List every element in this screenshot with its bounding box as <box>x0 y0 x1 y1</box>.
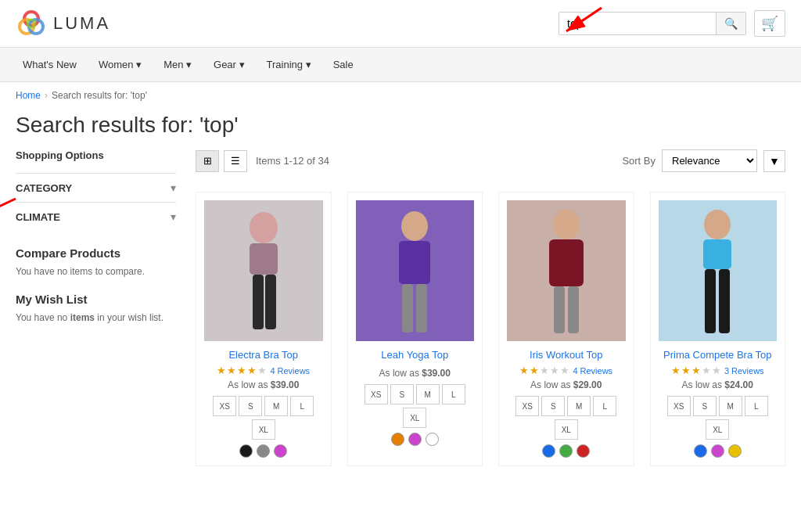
color-purple[interactable] <box>274 444 287 458</box>
size-m[interactable]: M <box>416 384 440 404</box>
category-chevron-icon: ▾ <box>171 182 176 194</box>
wish-text-link[interactable]: items <box>70 312 95 323</box>
star-5: ★ <box>560 365 569 376</box>
cart-button[interactable]: 🛒 <box>754 10 785 37</box>
shopping-options-section: Shopping Options CATEGORY ▾ CLIMATE ▾ <box>16 149 176 231</box>
category-filter-label: CATEGORY <box>16 182 72 194</box>
svg-rect-23 <box>719 269 730 333</box>
size-l[interactable]: L <box>593 396 616 416</box>
list-view-button[interactable]: ☰ <box>224 150 247 172</box>
size-m[interactable]: M <box>567 396 591 416</box>
star-2: ★ <box>530 365 539 376</box>
star-4: ★ <box>702 365 711 376</box>
reviews-link[interactable]: 4 Reviews <box>270 366 310 376</box>
size-l[interactable]: L <box>745 396 768 416</box>
star-1: ★ <box>519 365 529 376</box>
color-blue[interactable] <box>542 444 555 458</box>
nav-item-sale[interactable]: Sale <box>322 48 365 81</box>
product-image-area <box>204 200 323 341</box>
product-price: As low as $24.00 <box>659 379 778 390</box>
breadcrumb-home[interactable]: Home <box>16 90 41 101</box>
size-s[interactable]: S <box>541 396 565 416</box>
svg-line-7 <box>0 199 16 214</box>
product-name-link[interactable]: Iris Workout Top <box>507 349 626 361</box>
search-button[interactable]: 🔍 <box>716 13 745 34</box>
color-orange[interactable] <box>391 433 404 446</box>
product-grid: Electra Bra Top ★ ★ ★ ★ ★ 4 Reviews As l… <box>196 192 785 466</box>
product-rating: ★ ★ ★ ★ ★ 4 Reviews <box>507 365 626 376</box>
logo-area: LUMA <box>16 8 110 39</box>
color-green[interactable] <box>559 444 573 458</box>
color-black[interactable] <box>239 444 253 458</box>
star-4: ★ <box>247 365 257 376</box>
size-l[interactable]: L <box>290 396 314 416</box>
main-content: Shopping Options CATEGORY ▾ CLIMATE ▾ <box>0 149 801 482</box>
size-s[interactable]: S <box>693 396 717 416</box>
color-purple[interactable] <box>711 444 724 458</box>
svg-rect-22 <box>705 269 716 333</box>
svg-line-5 <box>566 8 602 31</box>
size-m[interactable]: M <box>719 396 742 416</box>
sort-label: Sort By <box>622 155 656 167</box>
brand-name: LUMA <box>53 13 110 34</box>
product-image-area <box>507 200 626 341</box>
size-l[interactable]: L <box>442 384 465 404</box>
color-purple[interactable] <box>408 433 422 446</box>
wish-text: You have no items in your wish list. <box>16 312 176 323</box>
product-price: As low as $29.00 <box>507 379 626 390</box>
reviews-link[interactable]: 3 Reviews <box>724 366 764 376</box>
grid-view-button[interactable]: ⊞ <box>196 150 219 172</box>
compare-text: You have no items to compare. <box>16 266 176 277</box>
product-name-link[interactable]: Electra Bra Top <box>204 349 323 361</box>
color-red[interactable] <box>577 444 590 458</box>
size-options: XS S M L <box>659 396 778 416</box>
size-xs[interactable]: XS <box>365 384 388 404</box>
star-3: ★ <box>237 365 246 376</box>
logo-icon <box>16 8 47 39</box>
category-filter[interactable]: CATEGORY ▾ <box>16 173 176 202</box>
reviews-link[interactable]: 4 Reviews <box>573 366 612 376</box>
size-options-row2: XL <box>204 419 323 440</box>
sort-direction-button[interactable]: ▼ <box>763 150 785 172</box>
nav-item-men[interactable]: Men ▾ <box>153 48 203 81</box>
product-name-link[interactable]: Prima Compete Bra Top <box>659 349 778 361</box>
size-xl[interactable]: XL <box>252 419 275 440</box>
svg-rect-21 <box>703 239 731 269</box>
sort-select[interactable]: Relevance Position Product Name Price <box>662 149 757 172</box>
product-name-link[interactable]: Leah Yoga Top <box>356 349 475 361</box>
svg-rect-17 <box>549 239 584 286</box>
toolbar-right: Sort By Relevance Position Product Name … <box>622 149 785 172</box>
nav-item-training[interactable]: Training ▾ <box>256 48 322 81</box>
size-s[interactable]: S <box>239 396 262 416</box>
color-white[interactable] <box>426 433 439 446</box>
size-xs[interactable]: XS <box>515 396 539 416</box>
size-xs[interactable]: XS <box>667 396 691 416</box>
size-xl[interactable]: XL <box>555 419 578 440</box>
main-nav: What's New Women ▾ Men ▾ Gear ▾ Training… <box>0 48 801 82</box>
size-xl[interactable]: XL <box>403 408 426 428</box>
star-4: ★ <box>550 365 559 376</box>
color-gray[interactable] <box>257 444 270 458</box>
wish-text-after: in your wish list. <box>95 312 163 323</box>
product-price: As low as $39.00 <box>204 379 323 390</box>
color-options <box>507 444 626 458</box>
svg-rect-10 <box>253 275 264 329</box>
nav-item-whats-new[interactable]: What's New <box>12 48 88 81</box>
stars: ★ ★ ★ ★ ★ <box>519 365 569 376</box>
color-yellow[interactable] <box>728 444 742 458</box>
size-m[interactable]: M <box>264 396 288 416</box>
wish-section: My Wish List You have no items in your w… <box>16 293 176 323</box>
size-s[interactable]: S <box>390 384 414 404</box>
svg-rect-13 <box>399 241 430 284</box>
sidebar: Shopping Options CATEGORY ▾ CLIMATE ▾ <box>16 149 176 466</box>
climate-filter[interactable]: CLIMATE ▾ <box>16 202 176 231</box>
compare-section: Compare Products You have no items to co… <box>16 243 176 277</box>
size-options: XS S M L <box>507 396 626 416</box>
size-options: XS S M L <box>204 396 323 416</box>
size-xs[interactable]: XS <box>213 396 236 416</box>
nav-item-gear[interactable]: Gear ▾ <box>203 48 256 81</box>
size-xl[interactable]: XL <box>706 419 729 440</box>
star-3: ★ <box>540 365 549 376</box>
color-blue[interactable] <box>694 444 707 458</box>
nav-item-women[interactable]: Women ▾ <box>88 48 153 81</box>
